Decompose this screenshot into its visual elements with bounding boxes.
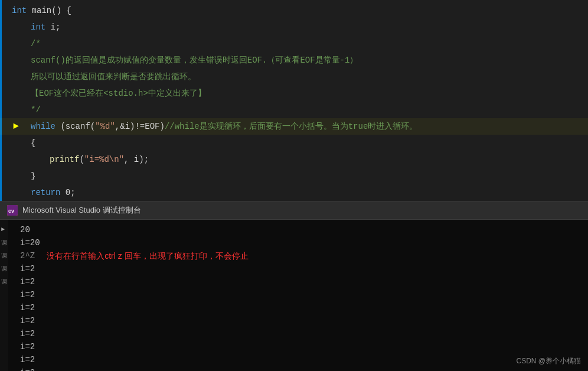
code-line-9: { xyxy=(0,135,588,151)
code-line-6: 【EOF这个宏已经在<stdio.h>中定义出来了】 xyxy=(0,85,588,102)
code-line-5: 所以可以通过返回值来判断是否要跳出循环。 xyxy=(0,69,588,85)
console-line-1: 20 xyxy=(20,223,579,236)
code-content: int main() { int i; /* scanf()的返回值是成功赋值的… xyxy=(0,0,588,201)
code-line-return: return 0; xyxy=(0,184,588,201)
console-line-3-row: 2^Z 没有在行首输入ctrl z 回车，出现了疯狂打印，不会停止 xyxy=(20,249,579,262)
console-line-9: i=2 xyxy=(20,327,579,340)
code-line-printf: printf("i=%d\n", i); xyxy=(0,151,588,168)
console-line-6: i=2 xyxy=(20,288,579,301)
code-line-while: ► while (scanf("%d",&i)!=EOF)//while是实现循… xyxy=(0,118,588,135)
code-line-1: int main() { xyxy=(0,2,588,19)
code-editor: int main() { int i; /* scanf()的返回值是成功赋值的… xyxy=(0,0,588,201)
code-line-2: int i; xyxy=(0,19,588,35)
svg-text:cv: cv xyxy=(8,208,14,214)
console-header: cv Microsoft Visual Studio 调试控制台 xyxy=(0,201,588,220)
code-line-11: } xyxy=(0,168,588,184)
watermark-text: CSDN @养个小橘猫 xyxy=(516,356,581,366)
code-line-7: */ xyxy=(0,102,588,118)
console-line-5: i=2 xyxy=(20,275,579,288)
console-line-3: 2^Z xyxy=(20,249,35,262)
console-warning-text: 没有在行首输入ctrl z 回车，出现了疯狂打印，不会停止 xyxy=(47,249,248,262)
while-arrow-indicator: ► xyxy=(11,118,21,135)
console-title-text: Microsoft Visual Studio 调试控制台 xyxy=(22,205,141,216)
console-line-11: i=2 xyxy=(20,353,579,366)
console-left-gutter: ► 调 调 调 调 xyxy=(0,220,8,371)
console-output: ► 调 调 调 调 20 i=20 2^Z 没有在行首输入ctrl z 回车，出… xyxy=(0,220,588,371)
code-line-3: /* xyxy=(0,35,588,52)
code-line-4: scanf()的返回值是成功赋值的变量数量，发生错误时返回EOF.（可查看EOF… xyxy=(0,52,588,69)
console-line-10: i=2 xyxy=(20,340,579,353)
console-text-area: 20 i=20 2^Z 没有在行首输入ctrl z 回车，出现了疯狂打印，不会停… xyxy=(9,223,579,371)
console-line-7: i=2 xyxy=(20,301,579,314)
console-line-4: i=2 xyxy=(20,262,579,275)
vs-icon: cv xyxy=(7,205,18,216)
console-line-8: i=2 xyxy=(20,314,579,327)
console-line-2: i=20 xyxy=(20,236,579,249)
console-line-12: i=2 xyxy=(20,366,579,371)
